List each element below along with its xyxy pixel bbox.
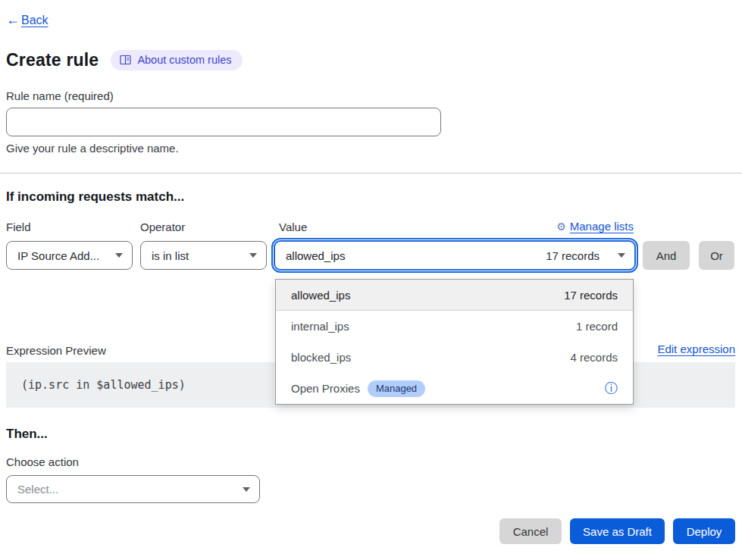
or-button[interactable]: Or (699, 241, 734, 270)
value-select-records: 17 records (546, 249, 600, 262)
dropdown-item-allowed-ips[interactable]: allowed_ips 17 records (276, 280, 633, 311)
action-select-placeholder: Select... (17, 483, 58, 496)
field-label: Field (6, 221, 31, 233)
about-custom-rules-link[interactable]: About custom rules (111, 50, 242, 70)
about-badge-label: About custom rules (137, 54, 231, 66)
list-name: blocked_ips (291, 351, 351, 364)
operator-select-value: is in list (152, 249, 189, 262)
value-dropdown-menu: allowed_ips 17 records internal_ips 1 re… (275, 279, 634, 405)
book-icon (120, 55, 131, 65)
rule-name-label: Rule name (required) (6, 89, 114, 102)
section-divider (0, 173, 742, 174)
page-title: Create rule (6, 50, 99, 70)
manage-lists-label: Manage lists (570, 220, 634, 233)
list-name: internal_ips (291, 320, 349, 333)
operator-select[interactable]: is in list (140, 241, 267, 270)
gear-icon: ⚙ (556, 221, 566, 233)
list-records: 1 record (576, 320, 618, 333)
chevron-down-icon (249, 253, 257, 258)
rule-name-helper: Give your rule a descriptive name. (6, 142, 179, 155)
match-section-heading: If incoming requests match... (6, 189, 184, 205)
save-as-draft-button[interactable]: Save as Draft (570, 518, 665, 544)
expression-code: (ip.src in $allowed_ips) (21, 378, 186, 392)
choose-action-label: Choose action (6, 455, 79, 468)
chevron-down-icon (115, 253, 123, 258)
chevron-down-icon (243, 487, 250, 492)
expression-preview-label: Expression Preview (6, 344, 106, 357)
list-name: allowed_ips (291, 289, 350, 302)
create-rule-page: ←Back Create rule About custom rules Rul… (0, 0, 742, 560)
manage-lists-link[interactable]: ⚙ Manage lists (275, 220, 634, 233)
rule-name-input[interactable] (6, 108, 441, 136)
then-section-heading: Then... (6, 427, 48, 442)
operator-label: Operator (140, 221, 185, 233)
cancel-button[interactable]: Cancel (499, 518, 562, 544)
back-link[interactable]: ←Back (6, 12, 49, 28)
title-row: Create rule About custom rules (6, 50, 243, 70)
and-button[interactable]: And (643, 241, 690, 270)
list-name: Open Proxies (291, 382, 360, 395)
value-select-selected: allowed_ips (286, 249, 546, 262)
back-arrow-icon: ← (6, 12, 20, 28)
deploy-button[interactable]: Deploy (673, 518, 735, 544)
dropdown-item-internal-ips[interactable]: internal_ips 1 record (276, 311, 633, 342)
field-select-value: IP Source Add... (17, 249, 99, 262)
list-records: 17 records (564, 289, 618, 302)
dropdown-item-blocked-ips[interactable]: blocked_ips 4 records (276, 342, 633, 373)
field-select[interactable]: IP Source Add... (6, 241, 133, 270)
list-records: 4 records (570, 351, 618, 364)
action-select[interactable]: Select... (6, 475, 260, 503)
dropdown-item-open-proxies[interactable]: Open Proxies Managed ⓘ (276, 373, 633, 404)
chevron-down-icon (618, 253, 625, 258)
value-select[interactable]: allowed_ips 17 records (274, 240, 636, 271)
managed-badge: Managed (368, 380, 425, 397)
edit-expression-link[interactable]: Edit expression (657, 343, 735, 355)
info-icon[interactable]: ⓘ (605, 382, 618, 395)
